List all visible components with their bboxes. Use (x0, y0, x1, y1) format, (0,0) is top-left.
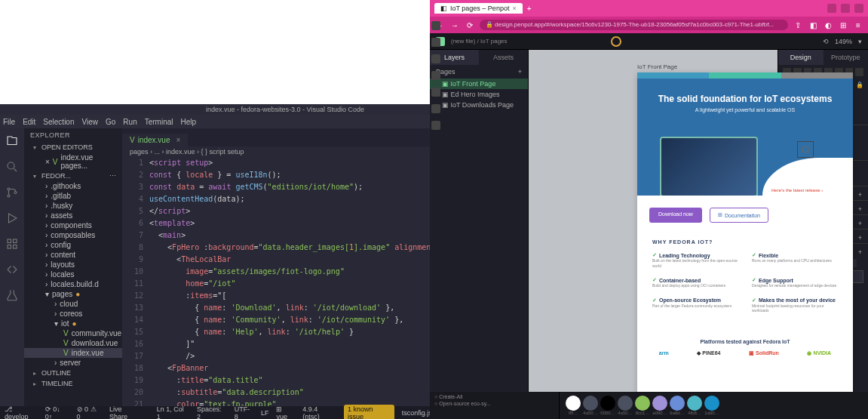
frame-tool-icon[interactable] (431, 38, 440, 47)
timeline-section[interactable]: TIMELINE (24, 378, 122, 389)
add-stroke-icon[interactable]: + (858, 205, 862, 213)
file-index-vue[interactable]: V index.vue (24, 348, 122, 358)
tab-assets[interactable]: Assets (479, 50, 528, 65)
close-tab-icon[interactable]: × (176, 136, 180, 144)
search-icon[interactable] (5, 160, 19, 175)
address-bar[interactable]: 🔒design.penpot.app/#/workspace/15c6v1230… (480, 20, 788, 30)
profile-icon[interactable]: ⊞ (838, 20, 848, 30)
history-icon[interactable]: ⟲ (823, 38, 829, 45)
tab-prototype[interactable]: Prototype (824, 50, 869, 65)
share-icon[interactable]: ⇪ (793, 20, 803, 30)
close-window-icon[interactable] (854, 4, 863, 13)
add-page-icon[interactable]: + (518, 68, 522, 75)
extension-icon-2[interactable]: ◐ (823, 20, 833, 30)
live-share[interactable]: Live Share (109, 405, 142, 420)
rect-tool-icon[interactable] (431, 54, 440, 63)
extensions-icon[interactable] (5, 237, 19, 252)
menu-edit[interactable]: Edit (23, 118, 35, 126)
folder-husky[interactable]: › .husky (24, 201, 122, 211)
folder-locales[interactable]: › locales (24, 270, 122, 279)
folder-githooks[interactable]: › .githooks (24, 181, 122, 191)
new-tab-icon[interactable]: + (527, 5, 532, 13)
design-frame[interactable]: The solid foundation for IoT ecosystems … (637, 72, 853, 419)
minimize-icon[interactable] (827, 4, 836, 13)
known-issue[interactable]: 1 known issue (344, 405, 394, 420)
test-icon[interactable] (5, 288, 19, 303)
folder-cloud[interactable]: › cloud (24, 299, 122, 309)
color-swatch[interactable] (687, 396, 702, 411)
browser-tab[interactable]: ◧ IoT pages – Penpot × (434, 3, 523, 14)
open-editor-file[interactable]: × V index.vue pages... (24, 153, 122, 171)
ts-version[interactable]: 4.9.4 (ntsc) (302, 405, 336, 420)
color-swatch[interactable] (670, 396, 685, 411)
open-editors-section[interactable]: OPEN EDITORS (24, 142, 122, 153)
zoom-dropdown-icon[interactable]: ▾ (858, 38, 862, 45)
close-tab-icon[interactable]: × (512, 5, 516, 12)
debug-icon[interactable] (5, 211, 19, 226)
layer-item[interactable]: ○ Create-All (434, 393, 554, 400)
file-community[interactable]: V community.vue (24, 328, 122, 338)
folder-layouts[interactable]: › layouts (24, 260, 122, 270)
pen-tool-icon[interactable] (431, 104, 440, 113)
source-control-icon[interactable] (5, 186, 19, 201)
menu-view[interactable]: View (82, 118, 99, 126)
text-tool-icon[interactable] (431, 88, 440, 97)
errors[interactable]: ⊘ 0 ⚠ 0 (77, 405, 102, 420)
breadcrumb[interactable]: (new file) / IoT pages (451, 38, 508, 45)
page-iot-front[interactable]: ▣ IoT Front Page (430, 79, 528, 89)
menu-go[interactable]: Go (106, 118, 115, 126)
forward-icon[interactable]: → (449, 20, 460, 30)
menu-file[interactable]: File (3, 118, 15, 126)
color-swatch[interactable] (566, 396, 581, 411)
encoding[interactable]: UTF-8 (235, 405, 253, 420)
eol[interactable]: LF (261, 409, 269, 417)
color-swatch[interactable] (618, 396, 633, 411)
folder-assets[interactable]: › assets (24, 211, 122, 220)
folder-coreos[interactable]: › coreos (24, 309, 122, 319)
color-swatch[interactable] (704, 396, 719, 411)
menu-icon[interactable]: ≡ (853, 20, 863, 30)
language[interactable]: ⊞ vue (276, 405, 295, 420)
constraint-widget[interactable] (797, 141, 814, 158)
dist-v-icon[interactable] (855, 68, 863, 76)
penpot-canvas[interactable]: IoT Front Page The solid foundation for … (529, 50, 778, 419)
layer-item[interactable]: ○ Open-source eco-sy... (434, 400, 554, 407)
tab-index-vue[interactable]: V index.vue × (122, 134, 188, 146)
comment-tool-icon[interactable] (431, 121, 440, 130)
folder-composables[interactable]: › composables (24, 230, 122, 240)
folder-content[interactable]: › content (24, 250, 122, 260)
cursor-position[interactable]: Ln 1, Col 1 (157, 405, 189, 420)
folder-iot[interactable]: ▾ iot ● (24, 319, 122, 328)
add-fill-icon[interactable]: + (858, 191, 862, 199)
indentation[interactable]: Spaces: 2 (197, 405, 227, 420)
page-iot-downloads[interactable]: ▣ IoT Downloads Page (430, 100, 528, 110)
zoom-level[interactable]: 149% (835, 38, 852, 45)
folder-locales-build[interactable]: › locales.build.d (24, 279, 122, 289)
frame-label[interactable]: IoT Front Page (637, 63, 677, 70)
extension-icon[interactable]: ◧ (808, 20, 818, 30)
view-mode-icon[interactable] (611, 36, 621, 47)
folder-components[interactable]: › components (24, 220, 122, 230)
add-export-icon[interactable]: + (858, 248, 862, 256)
lock-aspect-icon[interactable]: 🔒 (856, 82, 863, 88)
explorer-icon[interactable] (5, 134, 19, 149)
menu-terminal[interactable]: Terminal (145, 118, 173, 126)
menu-run[interactable]: Run (123, 118, 136, 126)
outline-section[interactable]: OUTLINE (24, 368, 122, 378)
remote-icon[interactable] (5, 263, 19, 278)
color-swatch[interactable] (600, 396, 615, 411)
file-download[interactable]: V download.vue (24, 338, 122, 348)
folder-config[interactable]: › config (24, 240, 122, 250)
git-branch[interactable]: ⎇ develop (5, 405, 38, 420)
pages-header[interactable]: Pages+ (430, 65, 528, 79)
folder-gitlab[interactable]: › .gitlab (24, 191, 122, 201)
git-sync[interactable]: ⟳ 0↓ 0↑ (45, 405, 69, 420)
color-swatch[interactable] (652, 396, 667, 411)
color-swatch[interactable] (583, 396, 598, 411)
page-ed-hero[interactable]: ▣ Ed Hero Images (430, 89, 528, 100)
tab-design[interactable]: Design (778, 50, 824, 65)
folder-server[interactable]: › server (24, 358, 122, 368)
project-section[interactable]: FEDOR... ⋯ (24, 171, 122, 181)
add-shadow-icon[interactable]: + (858, 220, 862, 227)
ellipse-tool-icon[interactable] (431, 71, 440, 80)
